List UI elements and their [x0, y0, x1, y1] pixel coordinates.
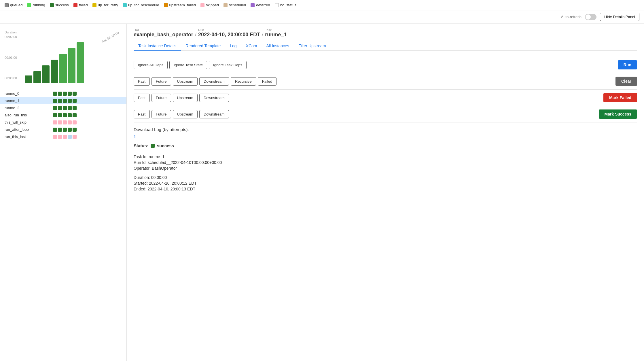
legend-success-label: success	[55, 3, 69, 7]
ignore-task-deps-btn[interactable]: Ignore Task Deps	[209, 61, 247, 69]
ignore-all-deps-btn[interactable]: Ignore All Deps	[134, 61, 168, 69]
ms-upstream-btn[interactable]: Upstream	[173, 110, 198, 118]
mf-past-btn[interactable]: Past	[134, 94, 150, 102]
skipped-icon	[200, 3, 204, 7]
duration-axis-label: Duration	[5, 31, 17, 34]
status-success-icon	[151, 144, 155, 148]
dag-value: example_bash_operator	[134, 32, 193, 38]
ended-line: Ended: 2022-04-10, 20:00:13 EDT	[134, 187, 637, 191]
legend-skipped: skipped	[200, 3, 219, 7]
dag-label: DAG	[134, 28, 193, 32]
task-sq	[63, 120, 67, 124]
mark-success-toggles: Past Future Upstream Downstream	[134, 110, 229, 118]
task-squares	[53, 128, 77, 132]
run-label: Run	[198, 28, 260, 32]
ms-past-btn[interactable]: Past	[134, 110, 150, 118]
task-sq	[63, 106, 67, 110]
clear-recursive-btn[interactable]: Recursive	[231, 77, 256, 86]
task-row[interactable]: also_run_this	[0, 111, 126, 119]
task-row[interactable]: this_will_skip	[0, 119, 126, 126]
tabs: Task Instance Details Rendered Template …	[134, 41, 637, 51]
task-row[interactable]: runme_2	[0, 104, 126, 111]
hide-details-button[interactable]: Hide Details Panel	[600, 13, 639, 21]
status-line: Status: success	[134, 143, 637, 148]
legend-up-for-retry-label: up_for_retry	[98, 3, 118, 7]
task-sq	[58, 99, 62, 103]
tab-task-instance-details[interactable]: Task Instance Details	[134, 41, 181, 51]
mark-failed-button[interactable]: Mark Failed	[603, 93, 637, 102]
mf-downstream-btn[interactable]: Downstream	[199, 94, 229, 102]
mark-failed-toggles: Past Future Upstream Downstream	[134, 94, 229, 102]
legend-scheduled-label: scheduled	[229, 3, 246, 7]
tab-rendered-template[interactable]: Rendered Template	[181, 41, 225, 51]
breadcrumb-dag-section: DAG example_bash_operator	[134, 28, 193, 38]
task-sq	[53, 135, 57, 139]
legend-upstream-failed-label: upstream_failed	[169, 3, 196, 7]
run-id-value: scheduled__2022-04-10T00:00:00+00:00	[148, 160, 222, 165]
task-value: runme_1	[265, 32, 287, 38]
task-row[interactable]: run_this_last	[0, 133, 126, 140]
legend-up-for-retry: up_for_retry	[92, 3, 118, 7]
clear-failed-btn[interactable]: Failed	[258, 77, 276, 86]
sep-2: /	[262, 32, 263, 38]
legend-skipped-label: skipped	[206, 3, 219, 7]
tab-xcom[interactable]: XCom	[241, 41, 262, 51]
task-name: run_after_loop	[5, 127, 51, 132]
task-sq	[53, 99, 57, 103]
task-squares	[53, 92, 77, 96]
legend-up-for-reschedule-label: up_for_reschedule	[128, 3, 159, 7]
task-sq	[73, 99, 77, 103]
task-sq	[68, 92, 72, 96]
mf-future-btn[interactable]: Future	[151, 94, 171, 102]
task-squares	[53, 106, 77, 110]
run-button[interactable]: Run	[618, 60, 637, 69]
tab-filter-upstream[interactable]: Filter Upstream	[294, 41, 331, 51]
task-sq	[73, 128, 77, 132]
task-sq	[68, 120, 72, 124]
task-squares	[53, 113, 77, 117]
mark-success-action-row: Past Future Upstream Downstream Mark Suc…	[134, 106, 637, 122]
task-sq	[63, 128, 67, 132]
auto-refresh-toggle[interactable]	[585, 14, 596, 20]
legend-queued: queued	[5, 3, 22, 7]
task-row[interactable]: runme_0	[0, 90, 126, 97]
ignore-task-state-btn[interactable]: Ignore Task State	[169, 61, 207, 69]
y-label-0min: 00:00:00	[5, 76, 17, 80]
task-id-line: Task Id: runme_1	[134, 154, 637, 159]
mark-success-button[interactable]: Mark Success	[599, 109, 637, 119]
running-icon	[27, 3, 31, 7]
task-sq	[63, 113, 67, 117]
ms-downstream-btn[interactable]: Downstream	[199, 110, 229, 118]
task-sq	[58, 106, 62, 110]
up-for-reschedule-icon	[123, 3, 127, 7]
mf-upstream-btn[interactable]: Upstream	[173, 94, 198, 102]
clear-past-btn[interactable]: Past	[134, 77, 150, 86]
clear-button[interactable]: Clear	[615, 77, 637, 86]
task-row[interactable]: run_after_loop	[0, 126, 126, 133]
started-value: 2022-04-10, 20:00:12 EDT	[149, 181, 197, 186]
mark-failed-action-row: Past Future Upstream Downstream Mark Fai…	[134, 90, 637, 106]
task-row[interactable]: runme_1	[0, 97, 126, 104]
task-sq	[53, 92, 57, 96]
ms-future-btn[interactable]: Future	[151, 110, 171, 118]
task-label: Task	[265, 28, 287, 32]
run-action-row: Ignore All Deps Ignore Task State Ignore…	[134, 57, 637, 73]
main-layout: Duration Apr 06, 20:00 00:02:00 00:01:00…	[0, 24, 644, 361]
started-label: Started:	[134, 181, 148, 186]
duration-line: Duration: 00:00:00	[134, 175, 637, 180]
task-sq	[53, 120, 57, 124]
task-name: run_this_last	[5, 135, 51, 139]
breadcrumb-run-section: Run 2022-04-10, 20:00:00 EDT	[198, 28, 260, 38]
tab-all-instances[interactable]: All Instances	[262, 41, 294, 51]
clear-future-btn[interactable]: Future	[151, 77, 171, 86]
clear-upstream-btn[interactable]: Upstream	[173, 77, 198, 86]
status-value: success	[157, 143, 174, 148]
log-attempt-link[interactable]: 1	[134, 134, 136, 139]
duration-value: 00:00:00	[151, 175, 167, 180]
clear-downstream-btn[interactable]: Downstream	[199, 77, 229, 86]
legend-running-label: running	[33, 3, 45, 7]
deferred-icon	[251, 3, 255, 7]
legend-bar: queued running success failed up_for_ret…	[0, 0, 644, 10]
operator-label: Operator:	[134, 166, 151, 171]
tab-log[interactable]: Log	[225, 41, 241, 51]
